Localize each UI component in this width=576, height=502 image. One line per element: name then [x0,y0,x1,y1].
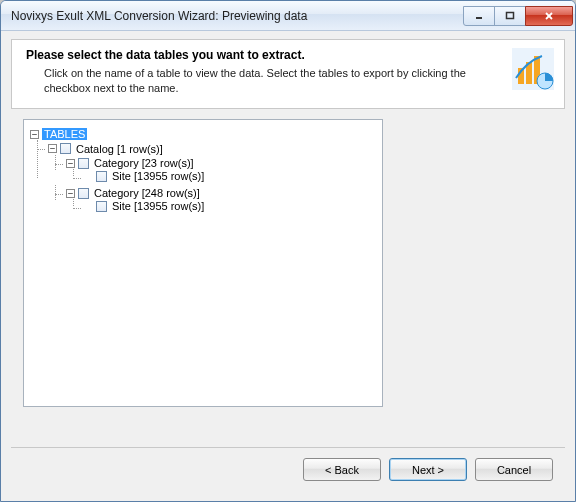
dialog-body: Please select the data tables you want t… [1,31,575,501]
header-subtitle: Click on the name of a table to view the… [26,66,504,96]
window-buttons [464,6,573,26]
checkbox[interactable] [78,188,89,199]
button-bar: < Back Next > Cancel [11,447,565,491]
leaf-spacer [84,202,93,211]
cancel-button[interactable]: Cancel [475,458,553,481]
expand-toggle[interactable]: − [30,130,39,139]
header-text: Please select the data tables you want t… [26,48,504,96]
content-area: − TABLES − Catalog [1 row(s)] [11,109,565,447]
checkbox[interactable] [78,158,89,169]
header-panel: Please select the data tables you want t… [11,39,565,109]
minimize-button[interactable] [463,6,495,26]
tables-tree[interactable]: − TABLES − Catalog [1 row(s)] [23,119,383,407]
expand-toggle[interactable]: − [66,159,75,168]
close-button[interactable] [525,6,573,26]
tree-node-category-1[interactable]: Category [23 row(s)] [92,157,196,169]
maximize-icon [505,11,515,21]
close-icon [544,11,554,21]
tree-root-label[interactable]: TABLES [42,128,87,140]
svg-rect-1 [507,12,514,18]
back-button[interactable]: < Back [303,458,381,481]
window-title: Novixys Exult XML Conversion Wizard: Pre… [11,9,464,23]
minimize-icon [474,11,484,21]
checkbox[interactable] [96,171,107,182]
titlebar: Novixys Exult XML Conversion Wizard: Pre… [1,1,575,31]
leaf-spacer [84,172,93,181]
tree-node-category-2[interactable]: Category [248 row(s)] [92,187,202,199]
checkbox[interactable] [60,143,71,154]
tree-node-site-2[interactable]: Site [13955 row(s)] [110,200,206,212]
header-title: Please select the data tables you want t… [26,48,504,62]
expand-toggle[interactable]: − [48,144,57,153]
tree-node-site-1[interactable]: Site [13955 row(s)] [110,170,206,182]
expand-toggle[interactable]: − [66,189,75,198]
wizard-icon [512,48,554,90]
wizard-window: Novixys Exult XML Conversion Wizard: Pre… [0,0,576,502]
next-button[interactable]: Next > [389,458,467,481]
checkbox[interactable] [96,201,107,212]
maximize-button[interactable] [494,6,526,26]
tree-node-catalog[interactable]: Catalog [1 row(s)] [74,143,165,155]
